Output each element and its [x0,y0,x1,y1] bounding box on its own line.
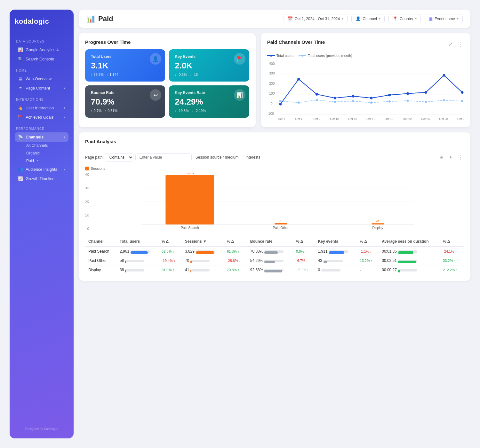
chevron-down-icon: ▾ [379,17,380,20]
svg-point-25 [443,99,445,101]
sidebar-item-web-overview[interactable]: ▤ Web Overview [15,74,68,83]
cell-key-events: 43 [315,256,357,265]
svg-text:400: 400 [269,62,275,66]
event-icon: ▦ [429,16,433,21]
growth-timeline-icon: 📈 [18,176,23,181]
achieved-goals-icon: 🚩 [18,115,23,120]
svg-point-32 [370,97,372,99]
cell-avg-session: 00:01:36 [379,247,440,256]
event-filter-button[interactable]: ▦ Event name ▾ [425,14,463,23]
cell-avg-session-delta: 33.2% ↑ [440,256,464,265]
top-content-row: Progress Over Time 👤 Total Users 3.1K ↑ … [79,33,470,127]
more-options-icon[interactable]: ⋮ [457,154,464,161]
header-title-area: 📊 Paid [86,15,277,23]
sidebar-item-all-channels[interactable]: All Channels [24,142,68,149]
organic-label: Organic [26,151,40,155]
analysis-card-title: Paid Analysis [85,139,116,144]
chevron-down-icon: ▾ [342,17,343,20]
cell-key-events-delta: - [357,265,379,275]
sidebar-item-growth-timeline[interactable]: 📈 Growth Timeline [15,174,68,183]
event-filter-label: Event name [435,17,455,21]
bar-chart-legend: Sessions [85,167,464,170]
y-label-1k: 1K [85,214,89,217]
web-overview-label: Web Overview [26,77,52,81]
sidebar-item-google-analytics[interactable]: 📊 Google Analytics 4 [15,45,68,54]
svg-text:Paid Search: Paid Search [181,226,199,230]
y-label-3k: 3K [85,186,89,190]
sidebar-item-achieved-goals[interactable]: 🚩 Achieved Goals ▾ [15,113,68,122]
date-filter-button[interactable]: 📅 Oct 1, 2024 - Oct 31, 2024 ▾ [284,14,348,23]
contains-select[interactable]: Contains [105,153,133,161]
svg-text:Paid Other: Paid Other [273,226,289,230]
calendar-icon: 📅 [288,16,293,21]
channels-icon: 📡 [18,135,23,139]
country-filter-button[interactable]: 📍 Country ▾ [388,14,421,23]
cell-sessions: 70 [182,256,224,265]
sidebar-item-channels[interactable]: 📡 Channels ▴ [15,132,68,142]
mini-bar [398,251,413,254]
interests-dash: - [262,155,263,159]
table-header-row: Channel Total users % Δ Sessions ▼ % Δ B… [85,237,464,247]
svg-rect-54 [166,175,214,224]
svg-point-36 [443,74,445,77]
svg-text:3,629: 3,629 [186,173,194,175]
more-options-icon[interactable]: ⋮ [457,41,464,48]
chart-bar-icon: 📊 [18,47,23,52]
interactions-section-label: Interactions [16,98,68,101]
cell-key-events: 1,911 [315,247,357,256]
svg-point-31 [352,95,354,98]
bounce-rate-metric: ↩ Bounce Rate 70.9% ↑ 0.7% ↑ 0.51% [85,85,165,118]
col-avg-session-delta: % Δ [440,237,464,247]
svg-point-21 [370,101,372,104]
country-filter-label: Country [400,17,413,21]
delta-value: 62.8% ↑ [162,249,174,253]
svg-text:Oct 25: Oct 25 [421,117,430,121]
table-row: Paid Other 58 -19.4% ↓ 70 -28.6% ↓ 54.29… [85,256,464,265]
total-users-label: Total Users [91,54,159,59]
performance-section-label: Performance [16,127,68,130]
delta-value: 81.0% ↑ [162,268,174,272]
channel-filter-label: Channel [363,17,377,21]
paid-label: Paid [26,159,34,163]
cell-bounce-rate: 70.88% [247,247,293,256]
cell-total-users-delta: 62.8% ↑ [158,247,182,256]
sidebar-item-user-interaction[interactable]: 👆 User Interaction ▾ [15,103,68,113]
y-label-4k: 4K [85,173,89,177]
channels-submenu: All Channels Organic Paid • [15,142,68,165]
chevron-down-icon: ▾ [415,17,417,20]
cell-sessions-delta: -28.6% ↓ [224,256,247,265]
key-events-rate-delta1: ↓ -19.8% [175,109,188,113]
achieved-goals-label: Achieved Goals [26,115,54,120]
mini-bar [264,261,275,263]
delta-value: 70.8% ↑ [227,268,240,272]
sidebar-item-audience-insights[interactable]: 👥 Audience Insights ▾ [15,165,68,174]
paid-dot: • [37,159,38,163]
svg-point-3 [301,55,303,57]
table-icon[interactable]: ⊞ [438,154,445,161]
user-interaction-icon: 👆 [18,106,23,110]
expand-icon[interactable]: ⤢ [447,41,454,48]
cell-bounce-rate: 54.29% [247,256,293,265]
mini-bar-container [398,260,417,262]
settings-icon[interactable]: ✦ [447,154,454,161]
sidebar-item-page-content[interactable]: ≡ Page Content ▾ [15,83,68,93]
chevron-down-icon: ▾ [64,106,65,110]
channel-filter-button[interactable]: 👤 Channel ▾ [351,14,385,23]
page-path-input[interactable] [135,153,192,161]
data-sources-label: Data Sources [16,40,68,43]
col-bounce-rate: Bounce rate [247,237,293,247]
sidebar-item-paid[interactable]: Paid • [24,157,68,165]
mini-bar [264,270,282,272]
mini-bar [264,251,278,254]
svg-text:Oct 22: Oct 22 [403,117,412,121]
audience-insights-icon: 👥 [18,167,23,172]
chevron-down-icon: ▾ [457,17,459,20]
sidebar-item-search-console[interactable]: 🔍 Search Console [15,54,68,64]
delta-value: -28.6% ↓ [227,259,241,263]
svg-text:Oct 28: Oct 28 [439,117,448,121]
channels-label: Channels [26,135,44,139]
chart-card-tools: ⤢ ⋮ [447,41,464,48]
mini-bar [190,270,191,272]
sidebar-item-organic[interactable]: Organic [24,149,68,157]
svg-text:Oct 16: Oct 16 [366,117,375,121]
